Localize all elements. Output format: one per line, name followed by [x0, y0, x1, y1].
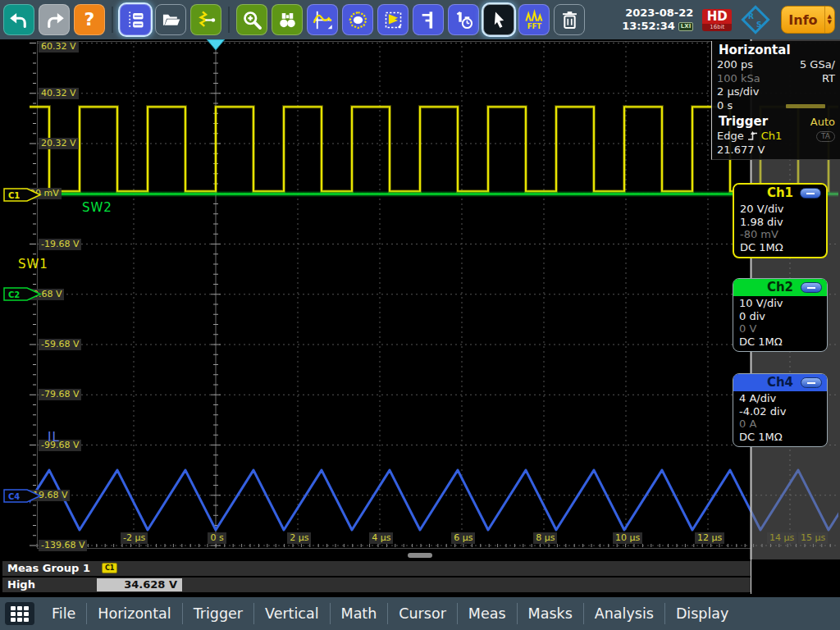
- waveform-settings-icon[interactable]: [307, 4, 338, 35]
- ch2-position: 0 div: [739, 310, 821, 323]
- minimize-button[interactable]: [800, 188, 821, 199]
- svg-text:C4: C4: [8, 492, 20, 501]
- channel-marker-c1[interactable]: C1: [3, 188, 43, 202]
- trigger-timer-icon[interactable]: [448, 4, 479, 35]
- rs-logo-icon: R S: [739, 3, 772, 36]
- hd-label: HD: [702, 9, 732, 24]
- ch1-scale: 20 V/div: [740, 203, 820, 216]
- horizontal-panel-title: Horizontal: [712, 41, 840, 58]
- menu-item-trigger[interactable]: Trigger: [183, 605, 253, 622]
- channel-badge-ch2[interactable]: Ch2 10 V/div 0 div 0 V DC 1MΩ: [733, 278, 828, 352]
- menu-item-masks[interactable]: Masks: [518, 605, 583, 622]
- channel-marker-c2[interactable]: C2: [3, 287, 43, 301]
- date-label: 2023-08-22: [622, 7, 693, 20]
- fft-icon[interactable]: FFT: [518, 4, 550, 35]
- t-axis-label: 6 µs: [451, 532, 475, 544]
- fft-label: FFT: [527, 22, 541, 30]
- plot-border: [38, 42, 751, 549]
- trigger-type-value: Edge: [717, 130, 744, 144]
- search-icon[interactable]: [272, 4, 303, 35]
- cursor-select-icon[interactable]: [483, 4, 514, 35]
- t-axis-label: 8 µs: [533, 532, 557, 544]
- channel-title-ch2: Ch2: [733, 279, 827, 296]
- menu-item-meas[interactable]: Meas: [458, 605, 517, 622]
- svg-text:S: S: [756, 21, 761, 29]
- menu-item-horizontal[interactable]: Horizontal: [87, 605, 181, 622]
- trigger-edge-icon[interactable]: [413, 4, 444, 35]
- menu-item-display[interactable]: Display: [665, 605, 740, 622]
- waveforms: [0, 107, 840, 530]
- channel-badge-ch4[interactable]: Ch4 4 A/div -4.02 div 0 A DC 1MΩ: [733, 373, 828, 447]
- ch2-scale: 10 V/div: [739, 297, 821, 310]
- ch4-trace: [0, 470, 840, 530]
- meas-separator: [751, 559, 751, 594]
- ch1-position: 1.98 div: [740, 216, 820, 229]
- show-dialog-icon[interactable]: [120, 4, 151, 35]
- menu-items: FileHorizontalTriggerVerticalMathCursorM…: [41, 603, 739, 624]
- acquisition-bar: [786, 104, 825, 108]
- datetime: 2023-08-22 13:52:34LXI: [622, 7, 693, 33]
- info-button[interactable]: Info ▲▼: [781, 6, 835, 34]
- toolbar-separator: [228, 7, 230, 33]
- t-axis-label: 14 µs: [767, 532, 797, 544]
- annotate-signal-icon[interactable]: [190, 4, 221, 35]
- oscilloscope-screen: { "toolbar": { "icon_names": ["undo-icon…: [0, 0, 840, 630]
- trigger-level-value: 21.677 V: [717, 144, 765, 158]
- minimize-button[interactable]: [801, 377, 822, 388]
- horizontal-trigger-panel[interactable]: Horizontal 200 ps5 GSa/ 100 kSaRT 2 µs/d…: [711, 41, 840, 160]
- svg-text:C1: C1: [8, 190, 20, 199]
- waveform-display[interactable]: 60.32 V40.32 V20.32 V320 mV-19.68 V-39.6…: [0, 39, 840, 559]
- meas-name: High: [7, 578, 35, 591]
- resolution-value: 200 ps: [717, 58, 753, 72]
- toolbar: ? FFT 2023-08-22 13:52:34LXI: [0, 0, 840, 39]
- hd-mode-badge: HD 16bit: [702, 9, 732, 31]
- trigger-ta-badge: TA: [816, 131, 835, 142]
- trigger-mode-value: Auto: [810, 116, 835, 128]
- menu-item-file[interactable]: File: [41, 605, 86, 622]
- undo-icon[interactable]: [3, 4, 34, 35]
- ch1-coupling: DC 1MΩ: [740, 241, 820, 254]
- svg-text:R: R: [748, 12, 754, 21]
- meas-value: 34.628 V: [97, 578, 182, 591]
- ch4-offset: 0 A: [739, 418, 821, 431]
- help-icon[interactable]: ?: [74, 4, 105, 35]
- time-label: 13:52:34: [622, 20, 675, 33]
- menu-item-math[interactable]: Math: [331, 605, 388, 622]
- v-axis-label: 20.32 V: [39, 138, 79, 149]
- record-length-value: 100 kSa: [717, 72, 760, 86]
- trigger-source-value: Ch1: [761, 130, 783, 144]
- v-axis-label: -139.68 V: [39, 540, 87, 551]
- trigger-position-icon[interactable]: [207, 39, 225, 50]
- info-spinner[interactable]: ▲▼: [824, 7, 834, 33]
- v-axis-label: 40.32 V: [39, 88, 79, 99]
- ch4-coupling: DC 1MΩ: [739, 431, 821, 444]
- channel-badge-ch1[interactable]: Ch1 20 V/div 1.98 div -80 mV DC 1MΩ: [733, 183, 828, 258]
- ch4-scale: 4 A/div: [739, 392, 821, 405]
- scroll-handle[interactable]: [408, 553, 432, 558]
- demo-flag-icon[interactable]: [377, 4, 409, 35]
- lxi-badge: LXI: [678, 22, 693, 31]
- ch2-offset: 0 V: [739, 322, 821, 336]
- zoom-icon[interactable]: [236, 4, 267, 35]
- v-axis-label: -99.68 V: [39, 440, 81, 451]
- apps-menu-icon[interactable]: [5, 602, 34, 625]
- meas-source-badge: C1: [102, 563, 117, 573]
- v-axis-label: -79.68 V: [39, 389, 81, 400]
- menu-item-vertical[interactable]: Vertical: [254, 605, 330, 622]
- measurement-bar[interactable]: Meas Group 1C1 High 34.628 V: [0, 559, 840, 594]
- redo-icon[interactable]: [39, 4, 70, 35]
- delete-icon[interactable]: [554, 4, 585, 35]
- menu-item-analysis[interactable]: Analysis: [584, 605, 664, 622]
- channel-marker-c4[interactable]: C4: [3, 489, 43, 503]
- t-axis-label: 15 µs: [798, 532, 828, 544]
- t-axis-label: 12 µs: [695, 532, 724, 544]
- wave-label-sw1: SW1: [18, 257, 48, 272]
- open-file-icon[interactable]: [155, 4, 186, 35]
- wave-label-sw2: SW2: [82, 200, 112, 215]
- mask-test-icon[interactable]: [342, 4, 373, 35]
- minimize-button[interactable]: [801, 282, 822, 293]
- channel-title-ch1: Ch1: [734, 185, 826, 202]
- menu-item-cursor[interactable]: Cursor: [388, 605, 457, 622]
- v-axis-label: 60.32 V: [39, 41, 79, 52]
- channel-title-ch4: Ch4: [733, 374, 827, 391]
